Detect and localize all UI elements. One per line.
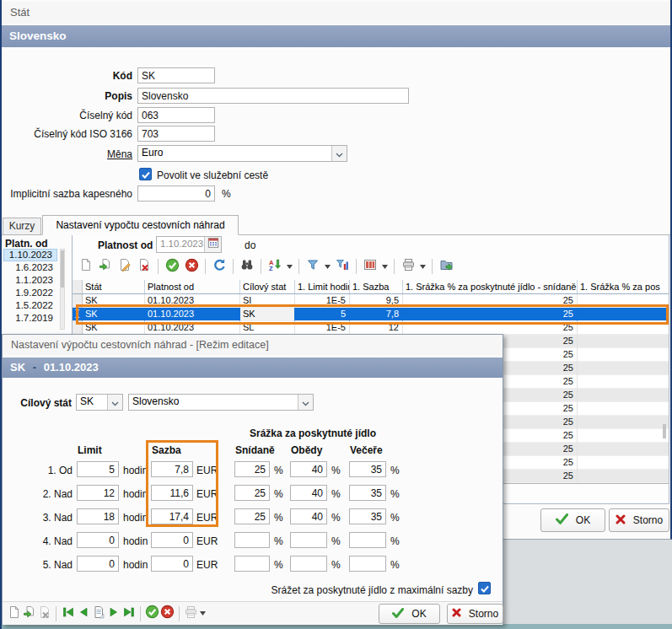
- storno-button[interactable]: Storno: [609, 508, 669, 532]
- dialog-storno-button[interactable]: Storno: [447, 604, 503, 624]
- date-list-item[interactable]: 1.9.2022: [3, 287, 57, 299]
- refresh-button[interactable]: [211, 258, 228, 275]
- date-list-item[interactable]: 1.5.2022: [3, 299, 57, 312]
- search-button[interactable]: [239, 258, 255, 275]
- next-record-button[interactable]: [106, 606, 121, 621]
- snidane-field[interactable]: [234, 532, 270, 548]
- obedy-field[interactable]: 40: [290, 461, 327, 477]
- sazba-field[interactable]: 0: [151, 556, 193, 572]
- copy-record-button[interactable]: [97, 258, 114, 275]
- column-header[interactable]: 1. Limit hodin: [295, 280, 350, 293]
- iso-kod-field[interactable]: 703: [137, 126, 215, 142]
- date-list-item[interactable]: 1.10.2023: [3, 249, 57, 261]
- scrollbar-thumb[interactable]: [61, 250, 64, 288]
- vecere-field[interactable]: 35: [349, 508, 386, 524]
- table-scrollbar-thumb[interactable]: [663, 424, 666, 438]
- snidane-field[interactable]: [234, 556, 270, 572]
- table-row[interactable]: SK01.10.2023SI1E-59,525: [73, 294, 669, 308]
- dropdown-arrow-icon[interactable]: [381, 258, 389, 275]
- name-dropdown-button[interactable]: [298, 395, 313, 410]
- cancel-button[interactable]: [183, 258, 200, 275]
- new-record-button[interactable]: [7, 606, 21, 621]
- obedy-field[interactable]: [290, 556, 327, 572]
- obedy-field[interactable]: 40: [290, 485, 327, 501]
- print-button[interactable]: [184, 606, 198, 621]
- snidane-field[interactable]: 25: [234, 485, 270, 501]
- kapesne-field[interactable]: 0: [137, 185, 215, 202]
- platnost-od-date-field[interactable]: 1.10.2023: [156, 236, 222, 253]
- copy-record-button[interactable]: [22, 606, 36, 621]
- date-list-item[interactable]: 1.7.2019: [3, 312, 57, 325]
- calendar-button[interactable]: [204, 237, 221, 252]
- export-button[interactable]: [438, 258, 454, 275]
- table-row[interactable]: ISK01.10.2023SK57,825: [73, 308, 669, 321]
- vecere-field[interactable]: [349, 556, 386, 572]
- column-header[interactable]: 1. Srážka % za poskytnuté jídlo - snídan…: [403, 280, 578, 293]
- columns-button[interactable]: [362, 258, 379, 275]
- column-header[interactable]: 1. Sazba: [350, 280, 403, 293]
- tab-nastaveni-nahrad[interactable]: Nastavení vypočtu cestovních náhrad: [42, 215, 239, 235]
- accept-button[interactable]: [145, 606, 159, 621]
- accept-button[interactable]: [164, 258, 180, 275]
- limit-field[interactable]: 0: [77, 556, 119, 572]
- limit-field[interactable]: 0: [77, 532, 119, 548]
- first-record-button[interactable]: [61, 606, 75, 621]
- srazet-checkbox[interactable]: [478, 582, 491, 594]
- last-record-button[interactable]: [121, 606, 136, 621]
- ok-button[interactable]: OK: [540, 508, 605, 532]
- cancel-button[interactable]: [160, 606, 175, 621]
- cilovy-stat-code-combo[interactable]: SK: [76, 394, 123, 411]
- row-selector[interactable]: [73, 294, 83, 308]
- sazba-field[interactable]: 17,4: [151, 508, 193, 524]
- sazba-field[interactable]: 7,8: [151, 461, 193, 477]
- mena-label[interactable]: Měna: [0, 148, 132, 161]
- filter-button[interactable]: [304, 258, 321, 275]
- tab-kurzy[interactable]: Kurzy: [3, 218, 41, 234]
- new-record-button[interactable]: [78, 258, 94, 275]
- mena-dropdown-button[interactable]: [331, 146, 347, 161]
- dropdown-arrow-icon[interactable]: [324, 258, 331, 275]
- column-header[interactable]: Platnost od: [145, 280, 240, 293]
- dropdown-arrow-icon[interactable]: [286, 258, 293, 275]
- row-selector[interactable]: I: [73, 308, 83, 321]
- snidane-field[interactable]: 25: [234, 508, 270, 524]
- browse-records-button[interactable]: [91, 606, 105, 621]
- popis-field[interactable]: Slovensko: [137, 88, 409, 104]
- filter-settings-button[interactable]: [334, 258, 351, 275]
- date-list-item[interactable]: 1.1.2023: [3, 274, 57, 287]
- kod-field[interactable]: SK: [137, 67, 215, 83]
- povolit-checkbox[interactable]: [139, 168, 152, 180]
- dropdown-arrow-icon[interactable]: [199, 605, 207, 622]
- code-dropdown-button[interactable]: [107, 395, 122, 410]
- mena-combo[interactable]: Euro: [137, 145, 347, 162]
- column-header[interactable]: Cílový stat: [240, 280, 295, 293]
- limit-field[interactable]: 5: [77, 461, 119, 477]
- ciselny-kod-field[interactable]: 063: [137, 107, 215, 123]
- snidane-field[interactable]: 25: [234, 461, 270, 477]
- limit-field[interactable]: 18: [77, 508, 119, 524]
- obedy-field[interactable]: 40: [290, 508, 327, 524]
- dialog-ok-button[interactable]: OK: [379, 604, 440, 624]
- table-row[interactable]: SK01.10.2023SL1E-51225: [73, 321, 669, 335]
- obedy-field[interactable]: [290, 532, 327, 548]
- dropdown-arrow-icon[interactable]: [419, 258, 427, 275]
- sazba-field[interactable]: 0: [151, 532, 193, 548]
- edit-record-button[interactable]: [116, 258, 133, 275]
- delete-record-button[interactable]: [136, 258, 153, 275]
- date-list-scrollbar[interactable]: [60, 249, 65, 330]
- delete-record-button[interactable]: [37, 606, 51, 621]
- previous-record-button[interactable]: [76, 606, 90, 621]
- sort-button[interactable]: AZ: [266, 258, 283, 275]
- cilovy-stat-name-combo[interactable]: Slovensko: [128, 394, 314, 411]
- vecere-field[interactable]: 35: [349, 461, 386, 477]
- date-list-item[interactable]: 1.6.2023: [3, 261, 57, 274]
- page-copy-icon: [23, 605, 36, 622]
- vecere-field[interactable]: [349, 532, 386, 548]
- column-header[interactable]: Stát: [83, 280, 145, 293]
- column-header[interactable]: 1. Srážka % za pos: [578, 280, 669, 293]
- row-selector[interactable]: [73, 321, 83, 335]
- limit-field[interactable]: 12: [77, 485, 119, 501]
- print-button[interactable]: [400, 258, 417, 275]
- sazba-field[interactable]: 11,6: [151, 485, 193, 501]
- vecere-field[interactable]: 35: [349, 485, 386, 501]
